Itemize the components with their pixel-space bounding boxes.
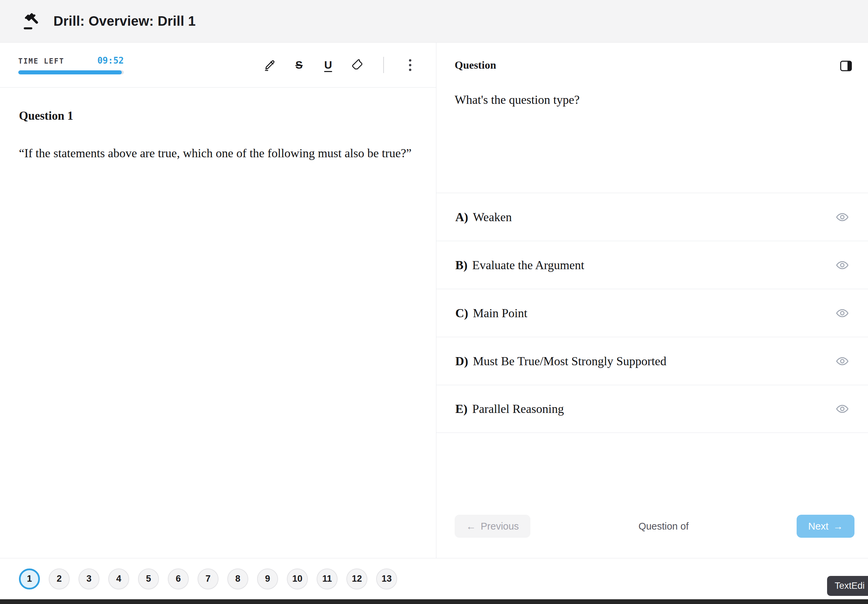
- option-letter: C): [455, 307, 468, 320]
- answer-panel-heading: Question: [455, 59, 496, 71]
- pagination-item[interactable]: 13: [376, 568, 397, 590]
- arrow-right-icon: →: [833, 521, 843, 532]
- option-e-row[interactable]: E)Parallel Reasoning: [436, 385, 868, 433]
- option-label: Main Point: [473, 307, 527, 320]
- next-button[interactable]: Next →: [797, 515, 854, 538]
- page-title: Drill: Overview: Drill 1: [53, 14, 196, 29]
- eye-icon[interactable]: [835, 355, 849, 368]
- pagination-item[interactable]: 12: [346, 568, 367, 590]
- pagination-item[interactable]: 4: [108, 568, 129, 590]
- gavel-icon: [22, 12, 40, 31]
- pagination-item[interactable]: 2: [49, 568, 70, 590]
- eye-icon[interactable]: [835, 259, 849, 272]
- timer-progress-track: [18, 70, 124, 74]
- pagination-item[interactable]: 11: [317, 568, 338, 590]
- option-c-row[interactable]: C)Main Point: [436, 289, 868, 337]
- option-label: Evaluate the Argument: [472, 259, 584, 272]
- main-area: TIME LEFT 09:52 S U: [0, 43, 868, 558]
- collapse-panel-icon[interactable]: [839, 59, 853, 73]
- eraser-icon[interactable]: [349, 57, 365, 73]
- question-content: Question 1 “If the statements above are …: [0, 88, 436, 187]
- timer-progress-fill: [18, 70, 122, 74]
- kebab-menu-icon[interactable]: [402, 57, 418, 73]
- option-d-row[interactable]: D)Must Be True/Most Strongly Supported: [436, 337, 868, 385]
- strikethrough-icon[interactable]: S: [291, 57, 307, 73]
- answer-panel-footer: ← Previous Question of Next →: [436, 515, 868, 558]
- toolbar-icons: S U: [262, 57, 418, 73]
- option-letter: A): [455, 211, 468, 224]
- pagination-item[interactable]: 7: [198, 568, 219, 590]
- option-letter: D): [455, 355, 468, 368]
- arrow-left-icon: ←: [466, 521, 476, 532]
- question-panel: TIME LEFT 09:52 S U: [0, 43, 436, 558]
- answer-panel: Question What's the question type? A)Wea…: [436, 43, 868, 558]
- option-letter: E): [455, 402, 468, 416]
- option-a-row[interactable]: A)Weaken: [436, 193, 868, 241]
- question-pagination: 1 2 3 4 5 6 7 8 9 10 11 12 13: [0, 558, 868, 599]
- eye-icon[interactable]: [835, 307, 849, 320]
- timer-value: 09:52: [98, 56, 124, 66]
- annotation-toolbar: TIME LEFT 09:52 S U: [0, 43, 436, 88]
- timer-label: TIME LEFT: [18, 57, 64, 65]
- timer: TIME LEFT 09:52: [18, 56, 124, 74]
- underline-icon[interactable]: U: [320, 57, 336, 73]
- pagination-item[interactable]: 9: [257, 568, 278, 590]
- answer-panel-top: Question What's the question type?: [436, 43, 868, 193]
- pagination-item[interactable]: 8: [227, 568, 248, 590]
- pagination-item[interactable]: 10: [287, 568, 308, 590]
- pagination-item[interactable]: 1: [19, 568, 40, 590]
- question-progress-text: Question of: [638, 521, 688, 532]
- question-prompt: What's the question type?: [455, 93, 853, 107]
- toolbar-divider: [383, 57, 384, 73]
- answer-options: A)Weaken B)Evaluate the Argument C)Main …: [436, 193, 868, 433]
- option-letter: B): [455, 259, 468, 272]
- pagination-item[interactable]: 3: [79, 568, 99, 590]
- next-button-label: Next: [808, 521, 828, 532]
- app-header: Drill: Overview: Drill 1: [0, 0, 868, 43]
- eye-icon[interactable]: [835, 211, 849, 224]
- option-label: Parallel Reasoning: [472, 402, 564, 416]
- dock-edge-strip: [0, 599, 868, 604]
- previous-button-label: Previous: [480, 521, 519, 532]
- previous-button[interactable]: ← Previous: [455, 515, 530, 538]
- question-passage: “If the statements above are true, which…: [19, 141, 417, 166]
- pagination-item[interactable]: 5: [138, 568, 159, 590]
- eye-icon[interactable]: [835, 402, 849, 416]
- os-app-tooltip: TextEdi: [827, 576, 868, 596]
- option-label: Weaken: [473, 211, 512, 224]
- question-number-heading: Question 1: [19, 109, 417, 123]
- option-label: Must Be True/Most Strongly Supported: [473, 355, 666, 368]
- option-b-row[interactable]: B)Evaluate the Argument: [436, 241, 868, 289]
- pagination-item[interactable]: 6: [168, 568, 189, 590]
- highlighter-icon[interactable]: [262, 57, 278, 73]
